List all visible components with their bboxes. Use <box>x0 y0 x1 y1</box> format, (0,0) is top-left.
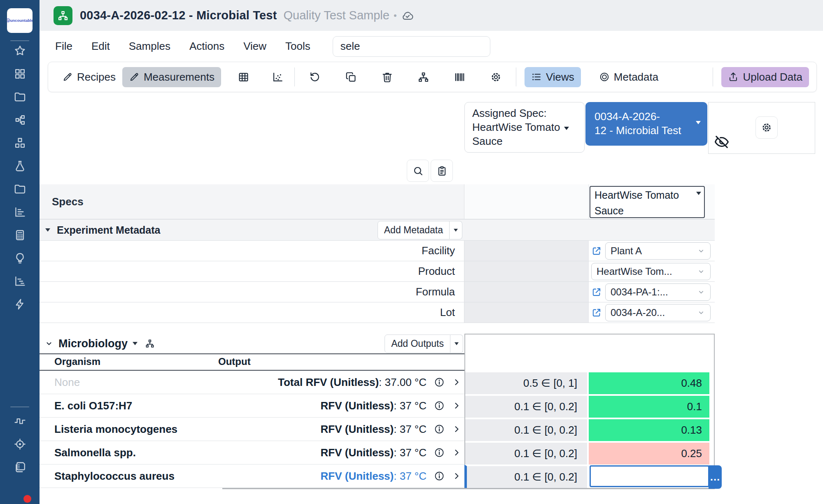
cell-more-options-button[interactable]: ... <box>709 465 722 489</box>
measurements-label: Measurements <box>144 71 214 84</box>
column-settings-button[interactable] <box>755 116 778 139</box>
measurement-value-cell-editing[interactable]: ... <box>590 465 709 487</box>
add-outputs-button[interactable]: Add Outputs <box>385 334 450 353</box>
menu-edit[interactable]: Edit <box>91 40 110 53</box>
metadata-row-facility: Facility Plant A <box>40 241 715 261</box>
notebook-icon[interactable] <box>14 461 26 474</box>
uncountable-logo-text: ⓤuncountable <box>7 18 33 23</box>
copy-button[interactable] <box>343 69 359 86</box>
settings-button[interactable] <box>487 69 504 86</box>
caret-down-icon[interactable] <box>45 228 50 232</box>
menu-view[interactable]: View <box>243 40 266 53</box>
output-name[interactable]: RFV (Unitless): 37 °C <box>321 470 427 483</box>
metadata-label: Formula <box>40 282 464 302</box>
info-icon[interactable] <box>434 447 445 458</box>
measurements-button[interactable]: Measurements <box>122 67 221 87</box>
metadata-label: Product <box>40 261 464 281</box>
menu-actions[interactable]: Actions <box>189 40 224 53</box>
gantt-chart-icon[interactable] <box>14 275 26 288</box>
spec-column-name-box[interactable]: HeartWise Tomato Sauce <box>590 186 705 218</box>
lot-select[interactable]: 0034-A-20... <box>605 304 711 321</box>
menu-samples[interactable]: Samples <box>129 40 170 53</box>
chevron-right-icon[interactable] <box>452 471 461 481</box>
folder-icon[interactable] <box>14 91 26 103</box>
sitemap-icon[interactable] <box>145 339 155 348</box>
experiment-metadata-title: Experiment Metadata <box>57 224 160 236</box>
specs-corner-label: Specs <box>40 184 464 219</box>
info-icon[interactable] <box>434 471 445 481</box>
facility-select[interactable]: Plant A <box>605 242 711 260</box>
upload-icon <box>728 72 739 82</box>
flask-icon[interactable] <box>14 160 26 172</box>
info-icon[interactable] <box>434 400 445 411</box>
external-link-icon[interactable] <box>591 246 602 256</box>
add-metadata-button[interactable]: Add Metadata <box>378 221 450 239</box>
notification-badge <box>23 495 31 503</box>
hierarchy-button[interactable] <box>415 69 432 86</box>
command-search-input[interactable] <box>333 36 490 57</box>
spec-range-cell: 0.1 ∈ [0, 0.2] <box>464 418 589 441</box>
add-outputs-caret-button[interactable] <box>450 334 463 353</box>
target-icon[interactable] <box>14 438 26 451</box>
delete-button[interactable] <box>379 69 396 86</box>
metadata-button[interactable]: Metadata <box>592 67 665 87</box>
waveform-icon[interactable] <box>14 415 26 427</box>
collapse-chevron-icon[interactable] <box>44 339 54 348</box>
undo-button[interactable] <box>306 69 323 86</box>
measurement-value-cell[interactable]: 0.13 <box>589 418 709 441</box>
table-search-button[interactable] <box>407 160 429 182</box>
bar-chart-icon[interactable] <box>14 206 26 218</box>
output-name[interactable]: Total RFV (Unitless): 37.00 °C <box>278 376 427 389</box>
caret-down-icon[interactable] <box>133 342 138 345</box>
info-icon[interactable] <box>434 424 445 434</box>
experiment-chip-dropdown[interactable]: 0034-A-2026- 12 - Microbial Test <box>585 102 707 146</box>
table-grid-button[interactable] <box>235 69 252 86</box>
output-name[interactable]: RFV (Unitless): 37 °C <box>321 399 427 412</box>
toolbar-divider <box>713 67 713 86</box>
table-row: None Total RFV (Unitless): 37.00 °C 0.5 … <box>40 371 715 394</box>
network-nodes-icon[interactable] <box>14 114 26 126</box>
formula-select[interactable]: 0034-PA-1:... <box>605 283 711 301</box>
chevron-down-icon <box>697 267 705 276</box>
uncountable-logo[interactable]: ⓤuncountable <box>7 8 33 33</box>
barcode-button[interactable] <box>451 69 468 86</box>
menu-tools[interactable]: Tools <box>285 40 310 53</box>
hide-column-button[interactable] <box>713 134 730 150</box>
table-clipboard-button[interactable] <box>431 160 453 182</box>
assigned-spec-dropdown[interactable]: Assigned Spec: HeartWise Tomato Sauce <box>464 102 585 153</box>
table-row-selected: Staphylococcus aureus RFV (Unitless): 37… <box>40 465 715 488</box>
star-icon[interactable] <box>14 44 26 57</box>
views-button[interactable]: Views <box>525 67 581 87</box>
toolbar-divider <box>294 67 295 86</box>
pencil-icon <box>62 72 73 82</box>
page-title: 0034-A-2026-02-12 - Microbial Test <box>80 9 277 22</box>
external-link-icon[interactable] <box>591 307 602 318</box>
output-name[interactable]: RFV (Unitless): 37 °C <box>321 423 427 436</box>
chevron-right-icon[interactable] <box>452 401 461 410</box>
sidebar-divider <box>10 40 29 41</box>
measurement-value-cell[interactable]: 0.25 <box>589 441 709 465</box>
chevron-right-icon[interactable] <box>452 378 461 387</box>
table-row: Listeria monocytogenes RFV (Unitless): 3… <box>40 418 715 441</box>
lot-value: 0034-A-20... <box>611 307 665 318</box>
menu-file[interactable]: File <box>55 40 72 53</box>
measurement-value-cell[interactable]: 0.1 <box>589 394 709 418</box>
info-icon[interactable] <box>434 377 445 388</box>
recipes-button[interactable]: Recipes <box>56 67 122 87</box>
calculator-icon[interactable] <box>14 229 26 242</box>
lightning-bolt-icon[interactable] <box>14 298 26 311</box>
cubes-icon[interactable] <box>14 137 26 149</box>
measurement-value-cell[interactable]: 0.48 <box>589 371 709 394</box>
apps-grid-icon[interactable] <box>14 67 26 80</box>
external-link-icon[interactable] <box>591 287 602 297</box>
add-metadata-caret-button[interactable] <box>450 221 462 239</box>
output-name[interactable]: RFV (Unitless): 37 °C <box>321 446 427 459</box>
sidebar-divider <box>10 406 29 407</box>
product-select[interactable]: HeartWise Tom... <box>591 263 711 280</box>
lightbulb-icon[interactable] <box>14 252 26 265</box>
chevron-right-icon[interactable] <box>452 425 461 434</box>
folder-icon[interactable] <box>14 183 26 195</box>
scatter-plot-button[interactable] <box>269 69 286 86</box>
upload-data-button[interactable]: Upload Data <box>721 67 809 87</box>
chevron-right-icon[interactable] <box>452 448 461 457</box>
